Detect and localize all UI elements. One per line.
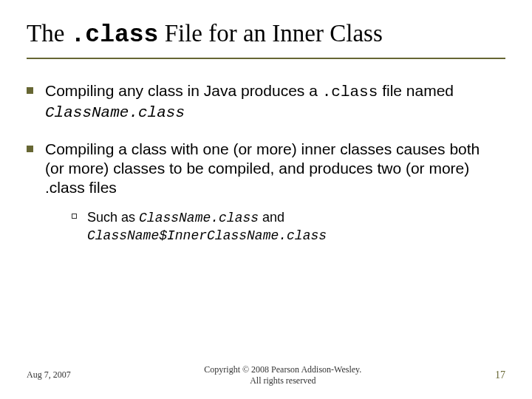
title-code: .class	[71, 21, 159, 49]
text-segment: and	[259, 210, 284, 225]
copyright-line2: All rights reserved	[250, 375, 316, 386]
copyright-line1: Copyright © 2008 Pearson Addison-Wesley.	[204, 364, 361, 375]
bullet-text: Compiling any class in Java produces a .…	[45, 81, 502, 123]
footer: Aug 7, 2007 Copyright © 2008 Pearson Add…	[27, 364, 505, 386]
sub-bullet-square-icon	[72, 214, 77, 219]
sub-bullet-text: Such as ClassName.class and ClassName$In…	[87, 209, 502, 244]
bullet-text: Compiling a class with one (or more) inn…	[45, 140, 502, 245]
footer-page: 17	[495, 369, 505, 381]
text-segment: .class	[322, 83, 378, 100]
bullet-item: Compiling any class in Java produces a .…	[27, 81, 502, 123]
text-segment: ClassName.class	[139, 211, 259, 225]
bullet-item: Compiling a class with one (or more) inn…	[27, 140, 502, 245]
title-pre: The	[27, 20, 71, 47]
footer-date: Aug 7, 2007	[27, 369, 71, 381]
sub-bullet-item: Such as ClassName.class and ClassName$In…	[72, 209, 502, 244]
text-segment: ClassName.class	[45, 104, 185, 121]
text-segment: Compiling a class with one (or more) inn…	[45, 140, 480, 197]
slide-title: The .class File for an Inner Class	[27, 19, 505, 50]
text-segment: Compiling any class in Java produces a	[45, 82, 322, 99]
text-segment: file named	[378, 82, 454, 99]
text-segment: ClassName$InnerClassName.class	[87, 228, 327, 243]
title-post: File for an Inner Class	[158, 20, 382, 47]
title-underline	[27, 58, 505, 59]
slide-body: Compiling any class in Java produces a .…	[27, 81, 502, 260]
bullet-square-icon	[27, 87, 33, 94]
bullet-square-icon	[27, 146, 33, 152]
footer-copyright: Copyright © 2008 Pearson Addison-Wesley.…	[71, 364, 495, 386]
slide: The .class File for an Inner Class Compi…	[0, 0, 532, 399]
text-segment: Such as	[87, 210, 139, 225]
